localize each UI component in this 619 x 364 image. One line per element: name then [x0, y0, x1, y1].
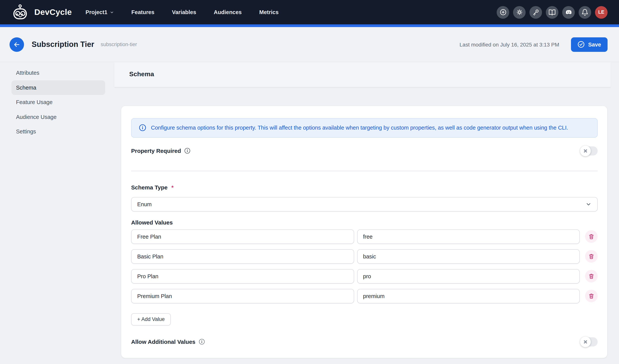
sidebar-item-audience-usage[interactable]: Audience Usage	[12, 110, 105, 124]
nav-menu: Project1 Features Variables Audiences Me…	[85, 9, 279, 15]
allowed-values-label: Allowed Values	[131, 219, 598, 225]
value-label-input[interactable]	[131, 229, 354, 244]
nav-item-metrics[interactable]: Metrics	[259, 9, 279, 15]
accent-bar	[0, 24, 619, 27]
allowed-values-list	[131, 229, 598, 303]
gear-icon	[516, 8, 523, 16]
project-selector[interactable]: Project1	[85, 9, 114, 15]
discord-icon	[565, 8, 572, 16]
trash-icon	[588, 273, 595, 279]
property-required-row: Property Required	[131, 146, 598, 155]
allowed-value-row	[131, 289, 598, 303]
back-button[interactable]	[10, 37, 24, 52]
toggle-knob	[580, 145, 591, 156]
sidebar-item-feature-usage[interactable]: Feature Usage	[12, 95, 105, 110]
toggle-x-icon	[584, 149, 587, 153]
property-required-toggle[interactable]	[581, 146, 598, 155]
project-selector-label: Project1	[85, 9, 107, 15]
divider	[131, 170, 598, 171]
api-keys-button[interactable]	[529, 6, 542, 18]
check-circle-icon	[577, 41, 585, 48]
allow-additional-values-row: Allow Additional Values	[131, 337, 598, 346]
value-label-input[interactable]	[131, 269, 354, 283]
app-root: DevCycle Project1 Features Variables Aud…	[0, 0, 619, 364]
section-header: Schema	[114, 62, 611, 87]
add-circle-button[interactable]	[497, 6, 509, 18]
schema-type-value: Enum	[137, 201, 152, 207]
value-key-input[interactable]	[357, 229, 580, 244]
schema-card: Configure schema options for this proper…	[121, 105, 607, 358]
allow-additional-values-toggle[interactable]	[581, 337, 598, 346]
save-button[interactable]: Save	[571, 37, 607, 52]
save-button-label: Save	[588, 41, 601, 47]
bell-icon	[581, 9, 589, 16]
allowed-value-row	[131, 249, 598, 264]
schema-type-label: Schema Type *	[131, 184, 598, 190]
sidebar-item-attributes[interactable]: Attributes	[12, 66, 105, 80]
content-area: Attributes Schema Feature Usage Audience…	[0, 62, 619, 358]
add-circle-icon	[499, 8, 507, 16]
discord-button[interactable]	[562, 6, 575, 18]
allowed-value-row	[131, 229, 598, 244]
sidebar-item-schema[interactable]: Schema	[12, 80, 105, 95]
sidebar-item-settings[interactable]: Settings	[12, 124, 105, 139]
chevron-down-icon	[110, 10, 114, 14]
notifications-button[interactable]	[579, 6, 591, 18]
property-required-label-text: Property Required	[131, 148, 181, 154]
delete-value-button[interactable]	[585, 270, 598, 282]
value-key-input[interactable]	[357, 289, 580, 303]
value-key-input[interactable]	[357, 249, 580, 264]
schema-type-label-text: Schema Type	[131, 184, 168, 190]
sidebar: Attributes Schema Feature Usage Audience…	[12, 66, 105, 139]
nav-item-features[interactable]: Features	[131, 9, 154, 15]
page-title: Subscription Tier	[32, 40, 94, 49]
allow-additional-values-label: Allow Additional Values	[131, 338, 205, 345]
property-required-label: Property Required	[131, 148, 191, 154]
page-slug: subscription-tier	[101, 42, 137, 47]
page-header: Subscription Tier subscription-tier Last…	[0, 27, 619, 62]
value-label-input[interactable]	[131, 289, 354, 303]
value-key-input[interactable]	[357, 269, 580, 283]
trash-icon	[588, 233, 595, 240]
delete-value-button[interactable]	[585, 230, 598, 243]
info-circle-icon	[139, 124, 146, 131]
top-nav: DevCycle Project1 Features Variables Aud…	[0, 0, 619, 24]
settings-button[interactable]	[513, 6, 526, 18]
nav-item-audiences[interactable]: Audiences	[214, 9, 242, 15]
trash-icon	[588, 253, 595, 260]
key-icon	[532, 8, 539, 16]
trash-icon	[588, 293, 595, 299]
info-icon[interactable]	[184, 148, 191, 154]
delete-value-button[interactable]	[585, 250, 598, 263]
brand-name: DevCycle	[34, 7, 72, 17]
delete-value-button[interactable]	[585, 290, 598, 302]
togglebot-icon	[13, 4, 31, 20]
required-asterisk: *	[171, 184, 174, 190]
docs-button[interactable]	[546, 6, 558, 18]
chevron-down-icon	[585, 201, 591, 207]
schema-type-select[interactable]: Enum	[131, 197, 598, 211]
allowed-value-row	[131, 269, 598, 283]
arrow-left-icon	[13, 41, 21, 48]
allow-additional-values-label-text: Allow Additional Values	[131, 338, 195, 345]
value-label-input[interactable]	[131, 249, 354, 264]
info-alert: Configure schema options for this proper…	[131, 118, 598, 137]
nav-item-variables[interactable]: Variables	[172, 9, 196, 15]
user-avatar[interactable]: LE	[595, 6, 607, 18]
nav-actions: LE	[497, 6, 607, 18]
toggle-x-icon	[584, 340, 587, 344]
main-panel: Schema Configure schema options for this…	[114, 62, 611, 358]
section-title: Schema	[129, 71, 154, 78]
alert-text: Configure schema options for this proper…	[151, 125, 568, 131]
last-modified-text: Last modified on July 16, 2025 at 3:13 P…	[460, 41, 559, 47]
book-icon	[549, 9, 556, 16]
toggle-knob	[580, 336, 591, 347]
devcycle-logo[interactable]: DevCycle	[13, 4, 72, 20]
add-value-button[interactable]: + Add Value	[131, 313, 171, 325]
info-icon[interactable]	[198, 338, 205, 345]
